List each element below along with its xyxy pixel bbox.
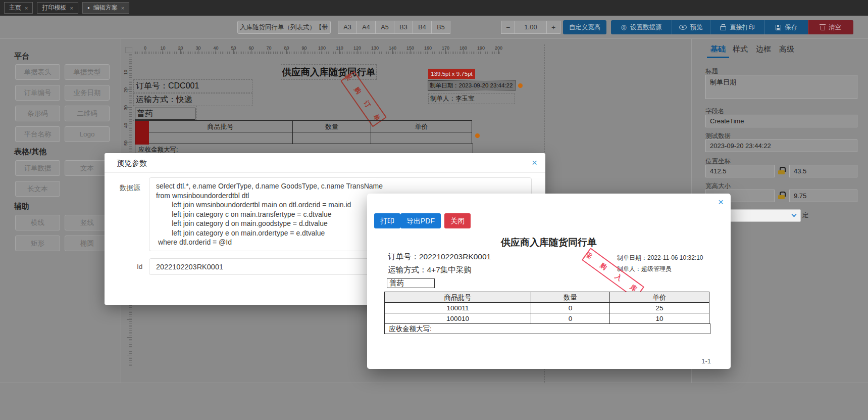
paper-size-button[interactable]: A5 — [375, 21, 394, 34]
design-goods-type[interactable]: 普药 — [135, 108, 195, 120]
preview-table-header: 商品批号 — [384, 292, 531, 303]
zoom-control: − 1.00 + — [501, 21, 560, 34]
design-transport[interactable]: 运输方式：快递 — [133, 93, 252, 106]
bottom-strip — [0, 383, 868, 420]
preview-table-row: 100010 0 10 — [385, 313, 712, 324]
paper-size-button[interactable]: A4 — [356, 21, 376, 34]
preview-label: 预览 — [690, 23, 703, 32]
component-button[interactable]: 矩形 — [15, 236, 60, 251]
close-icon[interactable]: × — [532, 158, 537, 167]
panel-tab-advanced[interactable]: 高级 — [779, 44, 794, 54]
component-button[interactable]: 竖线 — [65, 215, 110, 230]
action-button-group: 设置数据源 预览 直接打印 保存 清空 — [611, 20, 853, 34]
datasource-label: 数据源 — [120, 183, 140, 193]
panel-tab-border[interactable]: 边框 — [756, 44, 771, 54]
tab-bar: 主页 × 打印模板 × ● 编辑方案 × — [0, 0, 868, 16]
height-input[interactable] — [789, 190, 857, 202]
component-button[interactable]: 条形码 — [15, 106, 60, 121]
tab-home-label: 主页 — [9, 4, 21, 12]
design-create-by[interactable]: 制单人：李玉宝 — [428, 94, 515, 104]
component-button[interactable]: 平台名称 — [15, 126, 60, 142]
test-data-input[interactable] — [705, 139, 857, 152]
preview-button[interactable]: 预览 — [672, 20, 710, 34]
design-table-cell — [292, 132, 371, 144]
direct-print-button[interactable]: 直接打印 — [710, 20, 764, 34]
component-button[interactable]: 单据表头 — [15, 64, 60, 80]
component-button[interactable]: 二维码 — [65, 106, 110, 121]
toolbar: 入库随货同行单（列表式）【带 A3A4A5B3B4B5 − 1.00 + 自定义… — [0, 16, 868, 39]
component-button[interactable]: 业务日期 — [65, 85, 110, 101]
component-button[interactable]: 长文本 — [15, 181, 60, 197]
panel-tab-style[interactable]: 样式 — [733, 44, 748, 54]
position-y-input[interactable] — [789, 165, 857, 177]
set-datasource-button[interactable]: 设置数据源 — [611, 20, 672, 34]
modal-divider — [105, 172, 545, 173]
clear-button[interactable]: 清空 — [808, 20, 853, 34]
chevron-down-icon — [792, 212, 797, 217]
panel-tab-underline — [707, 57, 729, 58]
preview-goods-type: 普药 — [387, 278, 435, 288]
tab-print-template[interactable]: 打印模板 × — [37, 2, 78, 14]
paper-size-button[interactable]: B5 — [431, 21, 450, 34]
component-button[interactable]: 椭圆 — [65, 236, 110, 251]
tab-close-icon[interactable]: × — [25, 5, 28, 11]
component-button[interactable]: 文本 — [65, 160, 110, 176]
preview-table-cell: 25 — [609, 302, 709, 313]
lock-icon[interactable] — [778, 192, 785, 199]
preview-table-header: 单价 — [609, 292, 709, 303]
paper-size-button[interactable]: A3 — [338, 21, 357, 34]
title-field-input[interactable] — [705, 75, 857, 99]
field-name-input[interactable] — [705, 115, 857, 127]
tab-close-icon[interactable]: × — [70, 5, 73, 11]
section-title-auxiliary: 辅助 — [14, 202, 29, 211]
design-order-no[interactable]: 订单号：CDC001 — [133, 79, 252, 92]
design-table-header-row: 商品批号 数量 单价 — [135, 120, 475, 132]
component-button[interactable]: 单据类型 — [65, 64, 110, 80]
preview-table-footer-row: 应收金额大写: — [385, 323, 712, 334]
position-x-input[interactable] — [705, 165, 775, 177]
zoom-out-button[interactable]: − — [501, 21, 515, 34]
preview-table-cell: 0 — [531, 313, 610, 324]
component-button[interactable]: 横线 — [15, 215, 60, 230]
table-drag-handle[interactable] — [135, 121, 149, 145]
close-icon[interactable]: × — [718, 197, 724, 207]
app-root: 主页 × 打印模板 × ● 编辑方案 × 入库随货同行单（列表式）【带 A3A4… — [0, 0, 868, 420]
clear-label: 清空 — [829, 23, 841, 32]
tab-home[interactable]: 主页 × — [4, 2, 33, 14]
design-table[interactable]: 商品批号 数量 单价 应收金额大写: — [135, 121, 475, 155]
paper-size-button[interactable]: B3 — [394, 21, 413, 34]
panel-tab-basic[interactable]: 基础 — [710, 44, 726, 54]
zoom-in-button[interactable]: + — [546, 21, 560, 34]
print-button[interactable]: 打印 — [374, 213, 400, 228]
design-doc-title[interactable]: 供应商入库随货同行单 — [281, 64, 377, 80]
component-sidebar: 平台 单据表头单据类型订单编号业务日期条形码二维码平台名称Logo 表格/其他 … — [0, 39, 121, 383]
tab-close-icon[interactable]: × — [121, 5, 124, 11]
save-button[interactable]: 保存 — [764, 20, 808, 34]
custom-size-button[interactable]: 自定义宽高 — [563, 20, 606, 34]
datasource-handle-dot[interactable] — [475, 133, 480, 138]
lock-icon[interactable] — [778, 167, 785, 174]
preview-transport: 运输方式：4+7集中采购 — [388, 265, 472, 275]
gear-icon — [621, 24, 627, 31]
table-other-buttons: 订单数据文本长文本 — [15, 160, 111, 197]
design-goods-type-selection[interactable]: 普药 — [133, 106, 197, 121]
active-dot-icon: ● — [87, 6, 90, 10]
printer-icon — [720, 26, 726, 30]
preview-table-footer: 应收金额大写: — [384, 323, 710, 334]
tab-edit-scheme[interactable]: ● 编辑方案 × — [82, 2, 129, 14]
section-title-table-other: 表格/其他 — [14, 147, 46, 157]
save-label: 保存 — [785, 23, 797, 32]
paper-size-button[interactable]: B4 — [413, 21, 432, 34]
template-name-input[interactable]: 入库随货同行单（列表式）【带 — [237, 21, 331, 34]
datasource-handle-dot[interactable] — [518, 83, 523, 88]
preview-doc-title: 供应商入库随货同行单 — [367, 236, 731, 249]
close-button[interactable]: 关闭 — [444, 213, 471, 228]
auxiliary-buttons: 横线竖线矩形椭圆 — [15, 215, 111, 251]
component-button[interactable]: 订单编号 — [15, 85, 60, 101]
export-pdf-button[interactable]: 导出PDF — [400, 213, 441, 228]
direct-print-label: 直接打印 — [730, 23, 755, 32]
design-create-date-selected[interactable]: 制单日期：2023-09-20 23:44:22 — [428, 81, 515, 90]
component-button[interactable]: 订单数据 — [15, 160, 60, 176]
component-button[interactable]: Logo — [65, 126, 110, 142]
zoom-level-value[interactable]: 1.00 — [515, 21, 547, 34]
